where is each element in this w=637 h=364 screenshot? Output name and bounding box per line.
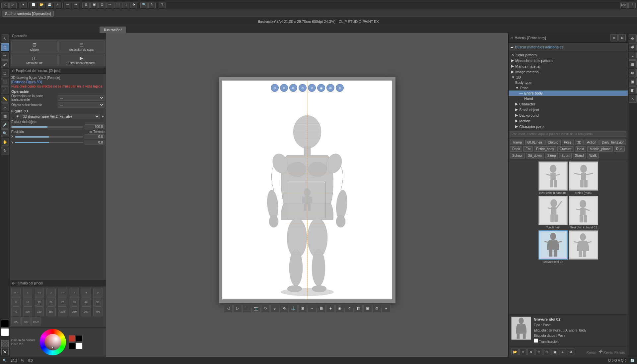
tree-entire-body[interactable]: — Entire body [509,91,628,96]
tool-cursor[interactable]: ↖ [1,34,9,42]
tramification-checkbox[interactable] [534,338,538,343]
tag-action[interactable]: Action [585,140,599,145]
tool-text[interactable]: T [1,86,9,94]
brush-25[interactable]: 25 [58,297,67,307]
canvas-view5[interactable]: ◉ [335,304,344,313]
tag-gravure[interactable]: Gravure [557,146,574,152]
tree-motion[interactable]: ▶ Motion [509,118,628,124]
canvas-view8[interactable]: ▣ [363,304,372,313]
canvas-view4[interactable]: ◈ [326,304,335,313]
brush-1[interactable]: 1 [23,288,32,297]
tag-stand[interactable]: Stand [573,153,586,158]
tool-pattern[interactable] [1,340,9,347]
tree-body-type[interactable]: Body type [509,80,628,85]
canvas-stop[interactable]: ⬛ [243,304,251,313]
brush-50[interactable]: 50 [93,297,103,307]
sub-tool-seleccion[interactable]: ☰ Selección de capa [58,40,105,53]
canvas-view2[interactable]: ↔ [308,304,316,313]
swatch-white[interactable] [76,342,83,349]
tag-60linea[interactable]: 60.0Línea [525,140,545,145]
rp-btn2[interactable]: ⚙ [618,34,626,41]
brush-40[interactable]: 40 [82,297,91,307]
brush-5[interactable]: 5 [93,288,103,297]
tag-trama[interactable]: Trama [510,140,524,145]
swatch-fg[interactable] [69,335,75,342]
rsp-btn8[interactable]: ✕ [629,95,637,103]
tree-small-object[interactable]: ▶ Small object [509,107,628,112]
tree-image[interactable]: ▶ Image material [509,69,628,75]
tag-circulo[interactable]: Círculo [545,140,561,145]
rp-bottom-btn5[interactable]: ⊟ [543,348,550,355]
tool-pen[interactable]: ✏ [1,52,9,60]
rsp-btn3[interactable]: ≡ [629,52,637,60]
tag-mobile[interactable]: Mobile_phone [587,146,613,152]
tag-hold[interactable]: Hold [575,146,587,152]
rsp-btn7[interactable]: ◧ [629,86,637,94]
tag-daily[interactable]: Daily_behavior [600,140,626,145]
y-input[interactable] [85,140,105,145]
tool-color1[interactable] [1,320,9,328]
tab-illustration[interactable]: Ilustración* [100,27,126,33]
selectable-select[interactable]: — [58,102,105,108]
brush-750[interactable]: 750 [21,317,31,326]
canvas-scale-down[interactable]: ↙ [270,304,279,313]
thumb-gravure-idol-02[interactable]: Gravure idol 02 [538,230,568,264]
rsp-btn6[interactable]: ▣ [629,78,637,86]
rsp-btn4[interactable]: ▦ [629,60,637,68]
rsp-btn2[interactable]: ⊕ [629,43,637,51]
canvas-view3[interactable]: ⊟ [317,304,325,313]
search-materials-btn[interactable]: ☁ Buscar materiales adicionales [510,44,626,50]
brush-20[interactable]: 20 [46,297,56,307]
brush-150[interactable]: 150 [46,307,56,316]
rp-bottom-btn6[interactable]: ▣ [551,348,558,355]
sub-tool-editar[interactable]: ▶ Editar línea temporal [58,54,105,66]
canvas-view1[interactable]: ⊞ [298,304,307,313]
canvas-rotate[interactable]: ↻ [261,304,270,313]
position-icon[interactable]: ⊕ [89,130,92,134]
tool-gradient[interactable]: ▦ [1,112,9,120]
tag-run[interactable]: Run [614,146,624,152]
canvas-camera[interactable]: 📷 [252,304,260,313]
rsp-btn1[interactable]: ⊙ [629,34,637,42]
rp-bottom-btn1[interactable]: 📂 [511,348,519,355]
thumb-empty[interactable] [569,230,598,264]
keyword-input[interactable] [510,131,626,137]
tree-mono-pattern[interactable]: ▶ Monochromatic pattern [509,58,628,63]
tool-hand[interactable]: ✋ [1,138,9,146]
sub-tool-mesa[interactable]: ◫ Mesa de luz [11,54,58,66]
thumb-rest-chin-2[interactable]: Rest chin in hand 02 [569,196,598,229]
canvas-move[interactable]: ✥ [280,304,288,313]
x-slider[interactable] [15,136,83,138]
scale-slider[interactable] [11,126,83,128]
swatch-bg[interactable] [76,335,83,342]
brush-10[interactable]: 10 [23,297,32,307]
brush-15[interactable]: 15 [35,297,44,307]
rp-bottom-btn8[interactable]: ⚙ [567,348,574,355]
rp-bottom-btn4[interactable]: ⊞ [535,348,542,355]
tag-drink[interactable]: Drink [510,146,522,152]
tool-eraser[interactable]: ◻ [1,69,9,77]
thumb-relax-man[interactable]: Relax (man) [569,161,598,195]
tag-walk[interactable]: Walk [587,153,599,158]
rsp-btn5[interactable]: ⊞ [629,69,637,77]
brush-2.5[interactable]: 2.5 [58,288,67,297]
brush-2[interactable]: 2 [46,288,56,297]
brush-200[interactable]: 200 [58,307,67,316]
tool-brush[interactable]: 🖌 [1,60,9,68]
canvas-next[interactable]: ▷ [233,304,242,313]
tool-shape[interactable]: △ [1,103,9,111]
x-input[interactable] [85,134,105,139]
brush-100[interactable]: 100 [23,307,32,316]
scale-input[interactable] [85,124,105,129]
tag-sleep[interactable]: Sleep [545,153,558,158]
swatch-black[interactable] [69,342,75,349]
tree-background[interactable]: ▶ Background [509,112,628,118]
canvas-content[interactable]: ⊙ ⊕ ⊗ ⊙ ⊘ ◉ ⊛ ⊜ [222,81,392,299]
tag-entire-body[interactable]: Entire_body [534,146,556,152]
brush-3[interactable]: 3 [70,288,79,297]
transparent-select[interactable]: — [58,95,105,101]
brush-4[interactable]: 4 [82,288,91,297]
tree-character[interactable]: ▶ Character [509,101,628,107]
brush-250[interactable]: 250 [70,307,79,316]
rp-bottom-btn2[interactable]: ⊕ [519,348,527,355]
